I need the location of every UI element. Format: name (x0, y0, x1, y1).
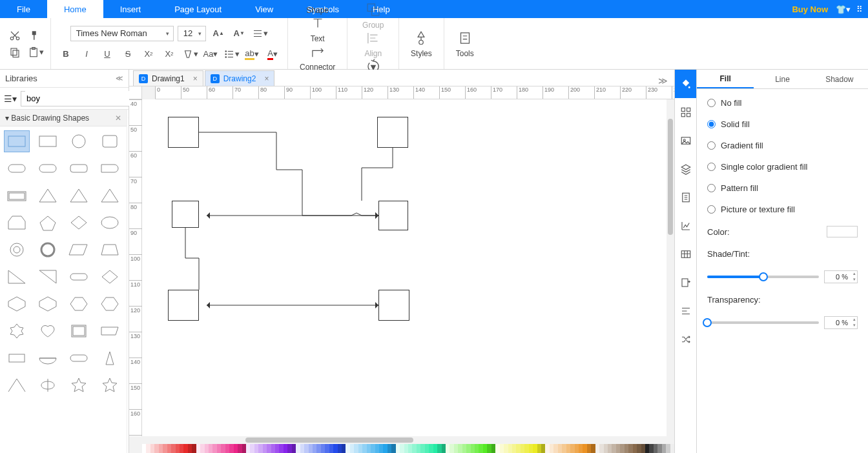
bold-button[interactable]: B (57, 46, 74, 63)
shape-thumb[interactable] (4, 212, 30, 234)
shape-thumb[interactable] (4, 239, 30, 261)
font-color-button[interactable]: A▾ (264, 46, 281, 63)
menu-view[interactable]: View (238, 0, 290, 18)
shape-thumb[interactable] (4, 293, 30, 315)
fill-option[interactable]: Solid fill (707, 119, 858, 129)
transparency-value[interactable]: 0 % (824, 316, 858, 329)
shape-thumb[interactable] (4, 320, 30, 342)
shape-thumb[interactable] (66, 185, 92, 206)
text-tool[interactable]: Text (294, 15, 340, 43)
layers-panel-icon[interactable] (675, 155, 697, 183)
fill-option[interactable]: Gradient fill (707, 141, 858, 150)
paste-button[interactable]: ▾ (27, 44, 44, 61)
shape-thumb[interactable] (4, 185, 30, 206)
expand-tabs-icon[interactable]: ≫ (652, 76, 674, 86)
shape-thumb[interactable] (35, 293, 61, 315)
color-swatch[interactable] (827, 226, 858, 237)
shape-thumb[interactable] (4, 347, 30, 369)
shape-thumb[interactable] (35, 374, 61, 396)
shape-thumb[interactable] (97, 293, 123, 315)
shape-thumb[interactable] (4, 374, 30, 396)
fill-option[interactable]: Picture or texture fill (707, 205, 858, 214)
connector-tool[interactable]: Connector (294, 43, 340, 72)
close-section-icon[interactable]: ✕ (115, 114, 121, 123)
shape-thumb[interactable] (66, 157, 92, 179)
shape-thumb[interactable] (97, 266, 123, 288)
tab-fill[interactable]: Fill (697, 70, 754, 88)
shade-slider[interactable] (707, 276, 819, 278)
menu-pagelayout[interactable]: Page Layout (158, 0, 238, 18)
fill-panel-icon[interactable] (675, 70, 697, 98)
apps-icon[interactable]: ⠿ (851, 0, 868, 18)
libraries-scroll[interactable]: ▲▼ (127, 110, 129, 453)
image-panel-icon[interactable] (675, 126, 697, 155)
canvas-hscroll[interactable] (142, 436, 674, 444)
format-painter-button[interactable] (27, 27, 44, 44)
color-palette-strip[interactable] (142, 444, 674, 453)
strikethrough-button[interactable]: S (119, 46, 136, 63)
shape-thumb[interactable] (66, 239, 92, 261)
shapes-section-header[interactable]: ▾ Basic Drawing Shapes ✕ (0, 110, 127, 126)
shape-thumb[interactable] (35, 266, 61, 288)
shape-thumb[interactable] (97, 157, 123, 179)
shape-thumb[interactable] (4, 130, 30, 152)
shape-thumb[interactable] (66, 347, 92, 369)
copy-button[interactable] (6, 44, 23, 61)
canvas-vscroll[interactable] (666, 99, 674, 436)
shape-thumb[interactable] (4, 157, 30, 179)
tab-shadow[interactable]: Shadow (811, 70, 868, 88)
font-family-select[interactable]: Times New Roman (70, 26, 174, 41)
subscript-button[interactable]: X2 (161, 46, 178, 63)
shape-thumb[interactable] (97, 374, 123, 396)
page-panel-icon[interactable] (675, 183, 697, 212)
underline-button[interactable]: U (99, 46, 116, 63)
shape-thumb[interactable] (35, 320, 61, 342)
buy-now-link[interactable]: Buy Now (785, 0, 834, 18)
export-panel-icon[interactable] (675, 268, 697, 297)
menu-home[interactable]: Home (47, 0, 103, 18)
diagram-node[interactable] (377, 117, 408, 148)
align-panel-icon[interactable] (675, 297, 697, 325)
shape-thumb[interactable] (97, 347, 123, 369)
align-button[interactable]: Align (354, 30, 392, 58)
search-input[interactable] (25, 91, 136, 106)
table-panel-icon[interactable] (675, 240, 697, 268)
group-button[interactable]: Group (354, 1, 392, 30)
tools-button[interactable]: Tools (451, 21, 479, 66)
styles-button[interactable]: Styles (406, 21, 437, 66)
shuffle-panel-icon[interactable] (675, 325, 697, 354)
chart-panel-icon[interactable] (675, 212, 697, 240)
shape-thumb[interactable] (97, 130, 123, 152)
transparency-slider[interactable] (707, 321, 819, 324)
diagram-node[interactable] (378, 290, 409, 321)
drawing-canvas[interactable] (142, 99, 674, 436)
shape-thumb[interactable] (35, 185, 61, 206)
shape-thumb[interactable] (97, 239, 123, 261)
diagram-node[interactable] (168, 117, 199, 148)
menu-insert[interactable]: Insert (103, 0, 158, 18)
bullets-button[interactable]: ▾ (223, 46, 240, 63)
layout-panel-icon[interactable] (675, 98, 697, 126)
shape-thumb[interactable] (66, 212, 92, 234)
fill-option[interactable]: No fill (707, 98, 858, 108)
font-size-select[interactable]: 12 (178, 26, 206, 41)
shirt-icon[interactable]: 👕▾ (834, 0, 851, 18)
shape-thumb[interactable] (35, 239, 61, 261)
superscript-button[interactable]: X2 (140, 46, 157, 63)
shape-tool[interactable]: Shape (294, 0, 340, 15)
library-menu-icon[interactable]: ☰▾ (4, 94, 17, 104)
shape-thumb[interactable] (35, 347, 61, 369)
shape-thumb[interactable] (35, 130, 61, 152)
shade-value[interactable]: 0 % (824, 270, 858, 283)
case-button[interactable]: Aa▾ (202, 46, 219, 63)
shape-thumb[interactable] (4, 266, 30, 288)
diagram-node[interactable] (378, 201, 408, 230)
close-icon[interactable]: × (193, 74, 198, 83)
close-icon[interactable]: × (264, 74, 269, 83)
diagram-node[interactable] (172, 201, 199, 228)
palette-swatch[interactable] (670, 444, 674, 453)
shape-thumb[interactable] (35, 157, 61, 179)
decrease-font-button[interactable]: A▼ (231, 25, 247, 42)
highlight-button[interactable]: ab▾ (243, 46, 260, 63)
shape-thumb[interactable] (66, 320, 92, 342)
